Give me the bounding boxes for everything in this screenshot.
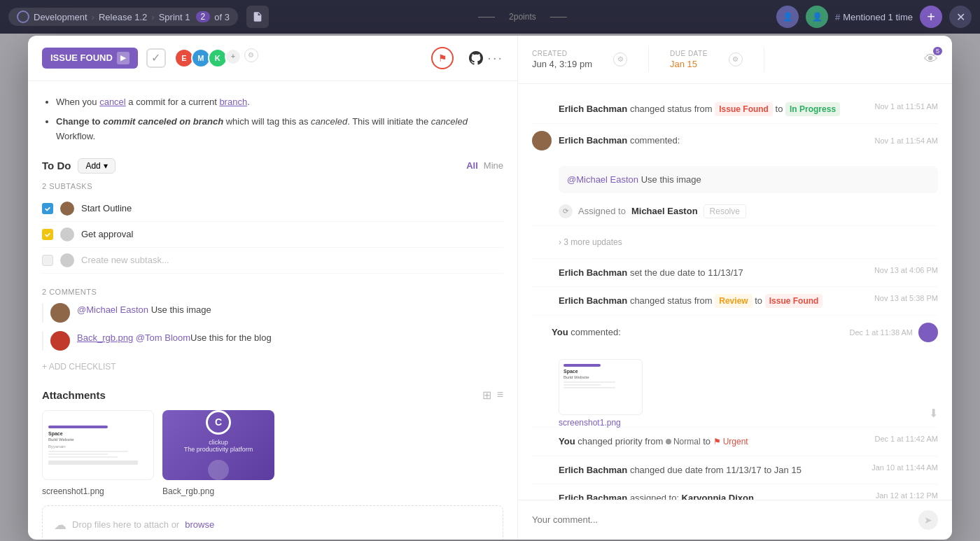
comment-body-1: @Michael Easton Use this image: [532, 162, 938, 193]
activity-status-2: Erlich Bachman changed status from Revie…: [532, 287, 938, 316]
center-item1: ——: [478, 12, 495, 22]
drop-text: Drop files here to attach or: [72, 519, 179, 530]
add-subtask-button[interactable]: Add ▾: [78, 158, 115, 174]
subtask-item-1: Start Outline: [42, 196, 503, 222]
comment-input[interactable]: [532, 514, 911, 525]
screenshot-thumb-container: Space Build Website screenshot1.png: [532, 353, 643, 428]
thumb-rows-small: [564, 381, 638, 388]
branch-link[interactable]: branch: [219, 97, 247, 107]
activity-text-priority: You changed priority from Normal to ⚑ Ur…: [559, 435, 868, 449]
filter-mine[interactable]: Mine: [484, 160, 503, 171]
download-icon[interactable]: ⬇: [929, 407, 938, 420]
normal-dot: [666, 439, 671, 444]
settings-meta-icon[interactable]: ⚙: [613, 52, 627, 66]
modal-overlay: ISSUE FOUND ▶ ✓ E M K + ⚙ ⚑ ···: [0, 34, 980, 541]
topbar-right: 👤 👤 # Mentioned 1 time + ✕: [776, 6, 972, 28]
thumb-row-s2: [564, 384, 601, 386]
more-updates-link[interactable]: › 3 more updates: [559, 233, 622, 251]
assign-text: Assigned to: [578, 206, 626, 216]
comment-line-2: [42, 331, 43, 351]
thumb-build-label: Build Website: [564, 375, 638, 379]
you-comment-time-1: Dec 1 at 11:38 AM: [850, 328, 913, 337]
filter-all[interactable]: All: [466, 160, 478, 171]
activity-you-comment-1: You commented: Dec 1 at 11:38 AM Space B…: [532, 316, 938, 428]
activity-text-due-2: Erlich Bachman changed due date from 11/…: [559, 463, 864, 477]
project-icon: [17, 10, 29, 23]
comment-mention-2[interactable]: @Tom Bloom: [136, 332, 190, 343]
breadcrumb[interactable]: Development › Release 1.2 › Sprint 1 2 o…: [8, 8, 238, 26]
thumb-bar: [48, 426, 108, 428]
meta-sep-1: [648, 47, 649, 72]
activity-time-due-2: Jan 10 at 11:44 AM: [872, 463, 938, 472]
mention-michael: @Michael Easton: [567, 174, 638, 185]
github-icon: [468, 50, 484, 66]
to-priority: ⚑ Urgent: [713, 435, 748, 448]
meta-row: CREATED Jun 4, 3:19 pm ⚙ DUE DATE Jan 15…: [518, 36, 952, 84]
browse-link[interactable]: browse: [185, 519, 214, 530]
topbar: Development › Release 1.2 › Sprint 1 2 o…: [0, 0, 980, 34]
attachments-title: Attachments: [42, 389, 106, 401]
comments-section: 2 COMMENTS @Michael Easton Use this imag…: [42, 288, 503, 351]
thumb-row-s3: [564, 387, 615, 388]
watchers-badge[interactable]: 👁 5: [924, 51, 938, 67]
send-comment-button[interactable]: ➤: [918, 510, 938, 530]
modal-left-panel: ISSUE FOUND ▶ ✓ E M K + ⚙ ⚑ ···: [28, 36, 518, 540]
add-checklist-button[interactable]: + ADD CHECKLIST: [42, 362, 503, 372]
center-item2: 2points: [509, 12, 536, 22]
due-label: DUE DATE: [670, 50, 708, 57]
activity-text-status-2: Erlich Bachman changed status from Revie…: [559, 294, 867, 308]
hash-icon: #: [835, 12, 840, 22]
you-comment-header: You commented: Dec 1 at 11:38 AM: [532, 323, 938, 342]
subtask-item-2: Get approval: [42, 222, 503, 248]
issue-found-button[interactable]: ISSUE FOUND ▶: [42, 48, 138, 69]
close-button[interactable]: ✕: [949, 6, 972, 28]
from-priority: Normal: [666, 435, 701, 448]
add-doc-button[interactable]: [246, 6, 269, 28]
activity-more-updates[interactable]: › 3 more updates: [532, 226, 938, 259]
modal-header: ISSUE FOUND ▶ ✓ E M K + ⚙ ⚑ ···: [28, 36, 517, 81]
comment-block-1: @Michael Easton Use this image: [559, 166, 938, 193]
subtask-item-new: Create new subtask...: [42, 248, 503, 274]
add-label: Add: [85, 161, 100, 171]
activity-time-due-1: Nov 13 at 4:06 PM: [874, 266, 938, 274]
from-status-chip-2: Review: [715, 294, 752, 308]
assignee-name: Michael Easton: [631, 206, 698, 216]
thumb-rows: [48, 451, 148, 458]
comment-header-row: Erlich Bachman commented: Nov 1 at 11:54…: [532, 131, 938, 150]
sprint-num: 2: [196, 11, 211, 22]
comment-input-bar: ➤: [518, 500, 952, 540]
attachment-item-1: Space Build Website Byyanain: [42, 410, 154, 497]
grid-view-icon[interactable]: ⊞: [482, 388, 491, 402]
list-view-icon[interactable]: ≡: [497, 388, 503, 402]
breadcrumb-sep2: ›: [151, 12, 154, 22]
attachment-name-2: Back_rgb.png: [162, 486, 214, 496]
attachment-thumb-2[interactable]: C clickupThe productivity platform: [162, 410, 274, 480]
drop-zone[interactable]: ☁ Drop files here to attach or browse: [42, 505, 503, 540]
new-subtask-placeholder[interactable]: Create new subtask...: [81, 255, 169, 265]
resolve-button[interactable]: Resolve: [704, 204, 746, 218]
assignee-avatar-add[interactable]: +: [225, 48, 241, 65]
comment-mention-1[interactable]: @Michael Easton: [77, 304, 148, 315]
clickup-tagline: clickupThe productivity platform: [184, 439, 253, 453]
status-arrow-icon: ▶: [117, 52, 130, 64]
due-value: Jan 15: [670, 59, 708, 69]
subtask-checkbox-2[interactable]: [42, 229, 53, 240]
edit-date-icon[interactable]: ⚙: [729, 52, 743, 66]
flag-button[interactable]: ⚑: [431, 47, 454, 69]
add-button[interactable]: +: [920, 6, 942, 28]
check-button[interactable]: ✓: [146, 48, 166, 68]
more-options-button[interactable]: ···: [487, 50, 503, 66]
todo-filter: All Mine: [466, 160, 503, 171]
cancel-link[interactable]: cancel: [99, 97, 126, 107]
comment-file-link[interactable]: Back_rgb.png: [77, 332, 133, 343]
thumb-subtitle: Build Website: [48, 437, 148, 442]
breadcrumb-sep1: ›: [92, 12, 94, 22]
subtask-checkbox-1[interactable]: [42, 203, 53, 214]
settings-icon[interactable]: ⚙: [244, 48, 258, 62]
attachment-thumb-1[interactable]: Space Build Website Byyanain: [42, 410, 154, 480]
screenshot-link[interactable]: screenshot1.png: [559, 418, 643, 428]
todo-title: To Do: [42, 160, 71, 171]
urgent-flag-icon: ⚑: [713, 435, 721, 448]
thumb-row-s1: [564, 381, 615, 383]
activity-avatar-erlich: [532, 131, 552, 150]
